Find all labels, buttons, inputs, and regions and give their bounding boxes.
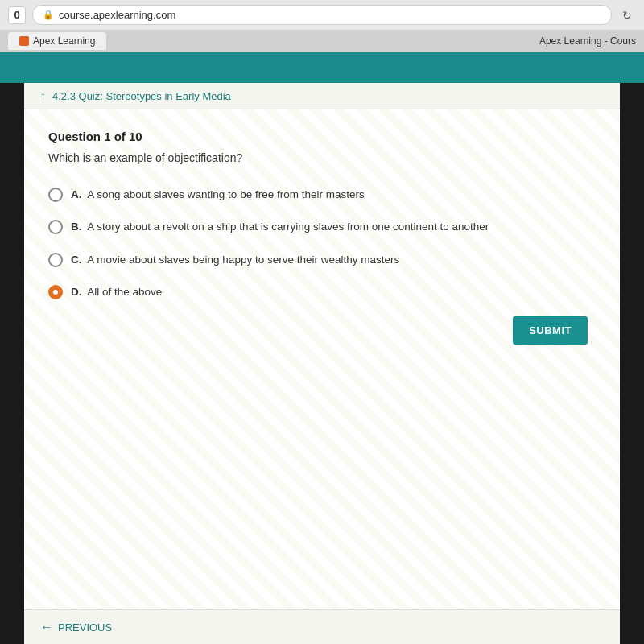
option-d[interactable]: D. All of the above (48, 284, 596, 300)
submit-area: SUBMIT (48, 316, 596, 345)
option-b[interactable]: B. A story about a revolt on a ship that… (48, 219, 596, 235)
tab-right-label: Apex Learning - Cours (539, 35, 636, 47)
browser-tabs: Apex Learning Apex Learning - Cours (0, 30, 644, 52)
tab-left[interactable]: Apex Learning (8, 32, 106, 50)
radio-a[interactable] (48, 188, 63, 202)
option-c-text: C. A movie about slaves being happy to s… (71, 252, 399, 268)
browser-chrome: 0 🔒 course.apexlearning.com ↻ Apex Learn… (0, 0, 644, 52)
option-a[interactable]: A. A song about slaves wanting to be fre… (48, 187, 596, 203)
address-bar[interactable]: 🔒 course.apexlearning.com (32, 5, 612, 25)
radio-d[interactable] (48, 285, 63, 299)
apex-header (0, 52, 644, 83)
side-dark-right (620, 83, 644, 644)
quiz-inner: Question 1 of 10 Which is an example of … (24, 109, 620, 365)
previous-label: PREVIOUS (58, 621, 112, 634)
tab-right[interactable]: Apex Learning - Cours (535, 35, 636, 47)
tab-left-label: Apex Learning (33, 35, 95, 47)
breadcrumb-icon: ↑ (40, 89, 46, 102)
question-text: Which is an example of objectification? (48, 151, 596, 164)
radio-b[interactable] (48, 220, 63, 234)
lock-icon: 🔒 (43, 10, 54, 20)
option-b-text: B. A story about a revolt on a ship that… (71, 219, 489, 235)
tab-favicon-left (19, 36, 29, 46)
screen-content: ↑ 4.2.3 Quiz: Stereotypes in Early Media… (24, 83, 620, 644)
browser-toolbar: 0 🔒 course.apexlearning.com ↻ (0, 0, 644, 30)
option-c[interactable]: C. A movie about slaves being happy to s… (48, 252, 596, 268)
option-a-text: A. A song about slaves wanting to be fre… (71, 187, 365, 203)
option-d-text: D. All of the above (71, 284, 162, 300)
address-url: course.apexlearning.com (59, 9, 175, 21)
quiz-breadcrumb: ↑ 4.2.3 Quiz: Stereotypes in Early Media (24, 83, 620, 109)
previous-button[interactable]: ← PREVIOUS (40, 620, 112, 634)
question-number: Question 1 of 10 (48, 130, 596, 143)
side-dark-left (0, 83, 24, 644)
submit-button[interactable]: SUBMIT (513, 316, 588, 345)
screen-wrap: ↑ 4.2.3 Quiz: Stereotypes in Early Media… (0, 83, 644, 644)
refresh-button[interactable]: ↻ (618, 6, 636, 24)
radio-c[interactable] (48, 253, 63, 267)
arrow-left-icon: ← (40, 620, 53, 634)
quiz-footer: ← PREVIOUS (24, 609, 620, 644)
quiz-content: Question 1 of 10 Which is an example of … (24, 109, 620, 609)
quiz-breadcrumb-label: 4.2.3 Quiz: Stereotypes in Early Media (52, 90, 231, 102)
extension-icon[interactable]: 0 (8, 6, 26, 24)
